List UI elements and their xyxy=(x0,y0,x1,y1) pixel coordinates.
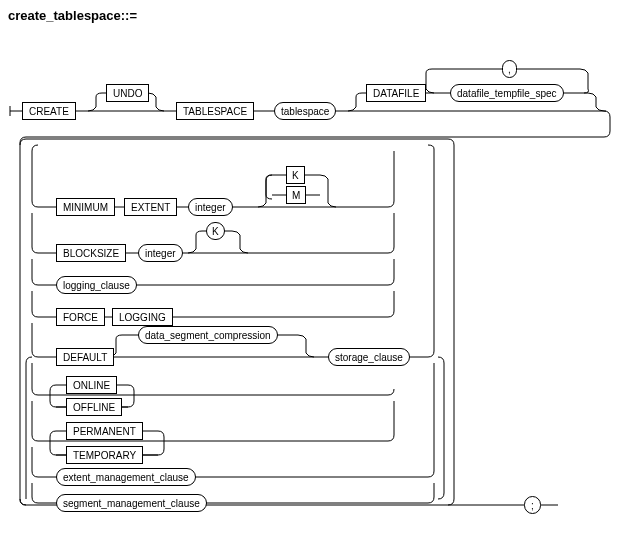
nonterm-extent-management-clause: extent_management_clause xyxy=(56,468,196,486)
keyword-minimum: MINIMUM xyxy=(56,198,115,216)
keyword-tablespace: TABLESPACE xyxy=(176,102,254,120)
nonterm-logging-clause: logging_clause xyxy=(56,276,137,294)
diagram-title: create_tablespace::= xyxy=(8,8,612,23)
keyword-undo: UNDO xyxy=(106,84,149,102)
keyword-m: M xyxy=(286,186,306,204)
keyword-logging: LOGGING xyxy=(112,308,173,326)
keyword-create: CREATE xyxy=(22,102,76,120)
keyword-k2: K xyxy=(206,222,225,240)
punct-semicolon: ; xyxy=(524,496,541,514)
keyword-temporary: TEMPORARY xyxy=(66,446,143,464)
keyword-k: K xyxy=(286,166,305,184)
keyword-extent: EXTENT xyxy=(124,198,177,216)
keyword-default: DEFAULT xyxy=(56,348,114,366)
keyword-blocksize: BLOCKSIZE xyxy=(56,244,126,262)
keyword-offline: OFFLINE xyxy=(66,398,122,416)
nonterm-data-segment-compression: data_segment_compression xyxy=(138,326,278,344)
nonterm-segment-management-clause: segment_management_clause xyxy=(56,494,207,512)
nonterm-integer-1: integer xyxy=(188,198,233,216)
keyword-datafile: DATAFILE xyxy=(366,84,426,102)
keyword-online: ONLINE xyxy=(66,376,117,394)
nonterm-storage-clause: storage_clause xyxy=(328,348,410,366)
nonterm-integer-2: integer xyxy=(138,244,183,262)
keyword-force: FORCE xyxy=(56,308,105,326)
nonterm-tablespace: tablespace xyxy=(274,102,336,120)
nonterm-datafile-tempfile-spec: datafile_tempfile_spec xyxy=(450,84,564,102)
punct-comma: , xyxy=(502,60,517,78)
keyword-permanent: PERMANENT xyxy=(66,422,143,440)
syntax-diagram: CREATE UNDO TABLESPACE tablespace DATAFI… xyxy=(8,37,612,537)
